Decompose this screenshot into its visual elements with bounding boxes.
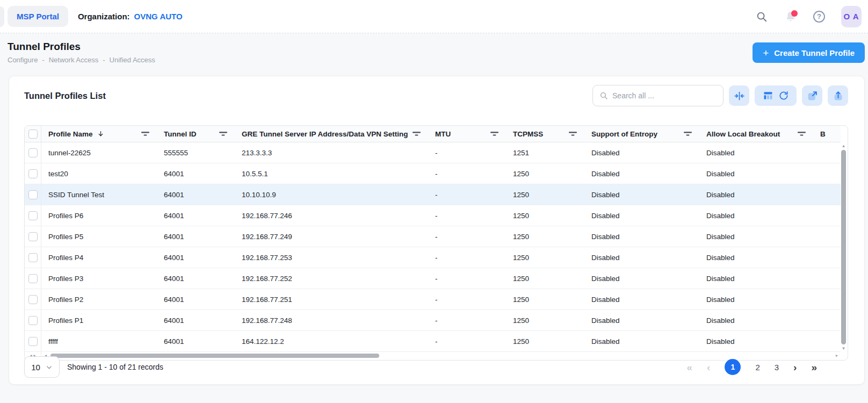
search-all-input[interactable] xyxy=(612,91,717,100)
help-icon[interactable]: ? xyxy=(813,11,825,23)
avatar[interactable]: O A xyxy=(841,6,862,27)
cell-breakout: Disabled xyxy=(699,149,813,157)
scroll-down-arrow-icon[interactable]: ▾ xyxy=(842,346,845,351)
column-header-gre-tunnel-server-ip-address-data-vpn-setting[interactable]: GRE Tunnel Server IP Address/Data VPN Se… xyxy=(235,126,428,142)
cell-tunnel-id: 64001 xyxy=(157,316,235,325)
row-checkbox[interactable] xyxy=(28,148,38,157)
row-checkbox-cell xyxy=(25,310,41,330)
table-row[interactable]: Profiles P264001192.168.77.251-1250Disab… xyxy=(25,289,841,310)
msp-portal-badge[interactable]: MSP Portal xyxy=(8,6,68,27)
chevron-down-icon xyxy=(46,364,53,371)
row-checkbox[interactable] xyxy=(28,253,38,262)
breadcrumb-separator: - xyxy=(42,56,44,64)
organization-value-link[interactable]: OVNG AUTO xyxy=(134,12,183,21)
vertical-scroll-thumb[interactable] xyxy=(841,150,846,344)
breadcrumb-item[interactable]: Unified Access xyxy=(110,56,155,64)
row-checkbox[interactable] xyxy=(28,274,38,283)
cell-tunnel-id: 64001 xyxy=(157,233,235,241)
filter-icon[interactable] xyxy=(413,131,421,137)
scroll-up-arrow-icon[interactable]: ▴ xyxy=(842,143,845,148)
cell-breakout: Disabled xyxy=(699,233,813,241)
column-header-profile-name[interactable]: Profile Name xyxy=(41,126,157,142)
table-row[interactable]: Profiles P464001192.168.77.253-1250Disab… xyxy=(25,247,841,268)
cell-profile-name: Profiles P1 xyxy=(41,316,157,325)
breadcrumb-item[interactable]: Configure xyxy=(8,56,38,64)
row-checkbox[interactable] xyxy=(28,337,38,346)
notifications-bell-icon[interactable] xyxy=(784,10,797,23)
select-all-checkbox[interactable] xyxy=(28,129,38,139)
cell-mtu: - xyxy=(428,275,506,283)
table-row[interactable]: SSID Tunnel Test6400110.10.10.9-1250Disa… xyxy=(25,184,841,205)
cell-tunnel-id: 64001 xyxy=(157,170,235,178)
column-header-allow-local-breakout[interactable]: Allow Local Breakout xyxy=(699,126,813,142)
column-header-tunnel-id[interactable]: Tunnel ID xyxy=(157,126,235,142)
row-checkbox[interactable] xyxy=(28,211,38,220)
cell-profile-name: fffff xyxy=(41,337,157,346)
row-checkbox-cell xyxy=(25,331,41,351)
row-checkbox[interactable] xyxy=(28,169,38,178)
cell-gre-ip: 192.168.77.248 xyxy=(235,316,428,325)
search-icon[interactable] xyxy=(755,10,768,23)
pagination-page-current[interactable]: 1 xyxy=(725,359,741,375)
open-in-new-button[interactable] xyxy=(802,85,822,106)
filter-icon[interactable] xyxy=(490,131,498,137)
cell-entropy: Disabled xyxy=(584,275,699,283)
pagination-last-button[interactable]: » xyxy=(811,362,817,372)
page-size-select[interactable]: 10 xyxy=(24,356,60,378)
export-button[interactable] xyxy=(828,85,848,106)
cell-entropy: Disabled xyxy=(584,191,699,199)
column-header-mtu[interactable]: MTU xyxy=(428,126,506,142)
cell-profile-name: Profiles P6 xyxy=(41,212,157,220)
column-header-b[interactable]: B xyxy=(813,126,841,142)
cell-gre-ip: 10.5.5.1 xyxy=(235,170,428,178)
column-label: B xyxy=(820,130,826,138)
select-all-header-cell xyxy=(25,126,41,142)
row-checkbox[interactable] xyxy=(28,316,38,325)
column-header-tcpmss[interactable]: TCPMSS xyxy=(506,126,584,142)
cell-breakout: Disabled xyxy=(699,254,813,262)
breadcrumb-item[interactable]: Network Access xyxy=(49,56,98,64)
table-row[interactable]: Profiles P164001192.168.77.248-1250Disab… xyxy=(25,310,841,331)
vertical-scrollbar[interactable]: ▴ ▾ xyxy=(840,143,847,351)
filter-icon[interactable] xyxy=(798,131,806,137)
sort-desc-icon[interactable] xyxy=(97,130,104,138)
compress-columns-icon xyxy=(734,90,745,102)
filter-icon[interactable] xyxy=(219,131,227,137)
filter-icon[interactable] xyxy=(684,131,692,137)
pagination-next-button[interactable]: › xyxy=(793,362,797,372)
table-row[interactable]: Profiles P364001192.168.77.252-1250Disab… xyxy=(25,268,841,289)
create-button-label: Create Tunnel Profile xyxy=(774,48,855,57)
row-checkbox[interactable] xyxy=(28,295,38,304)
notification-badge xyxy=(791,10,798,17)
open-in-new-icon xyxy=(807,90,818,102)
row-checkbox[interactable] xyxy=(28,232,38,241)
pagination-page[interactable]: 3 xyxy=(775,363,779,372)
cell-profile-name: Profiles P3 xyxy=(41,275,157,283)
cell-mtu: - xyxy=(428,337,506,346)
cell-tunnel-id: 64001 xyxy=(157,275,235,283)
organization-caption: Organization: xyxy=(78,12,130,21)
cell-mtu: - xyxy=(428,170,506,178)
table-row[interactable]: fffff64001164.122.12.2-1250DisabledDisab… xyxy=(25,331,841,352)
column-header-support-of-entropy[interactable]: Support of Entropy xyxy=(584,126,699,142)
refresh-icon[interactable] xyxy=(778,90,789,101)
table-row[interactable]: Profiles P564001192.168.77.249-1250Disab… xyxy=(25,226,841,247)
row-checkbox[interactable] xyxy=(28,190,38,199)
compress-columns-button[interactable] xyxy=(729,85,749,106)
pagination-prev-button[interactable]: ‹ xyxy=(707,362,710,372)
table-row[interactable]: tunnel-22625555555213.3.3.3-1251Disabled… xyxy=(25,142,841,163)
cell-profile-name: SSID Tunnel Test xyxy=(41,191,157,199)
cell-mtu: - xyxy=(428,191,506,199)
page-size-value: 10 xyxy=(31,363,40,372)
table-row[interactable]: Profiles P664001192.168.77.246-1250Disab… xyxy=(25,205,841,226)
filter-icon[interactable] xyxy=(141,131,149,137)
cell-entropy: Disabled xyxy=(584,233,699,241)
create-tunnel-profile-button[interactable]: + Create Tunnel Profile xyxy=(753,42,865,63)
pagination-first-button[interactable]: « xyxy=(687,362,693,372)
table-row[interactable]: test206400110.5.5.1-1250DisabledDisabled xyxy=(25,163,841,184)
cell-tcpmss: 1250 xyxy=(506,316,584,325)
column-chooser-icon[interactable] xyxy=(763,90,773,101)
pagination-page[interactable]: 2 xyxy=(755,363,760,372)
filter-icon[interactable] xyxy=(569,131,577,137)
plus-icon: + xyxy=(763,48,769,58)
